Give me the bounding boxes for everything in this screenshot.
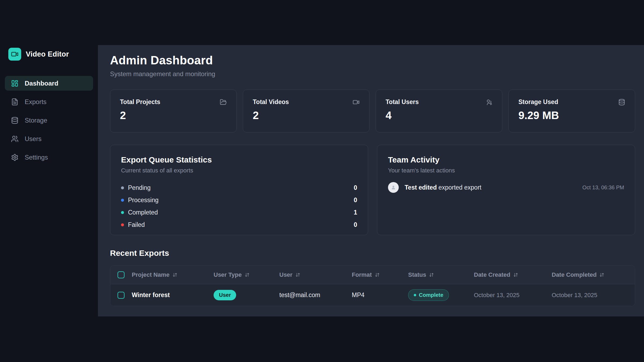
sort-arrows-icon: [375, 272, 380, 277]
processing-status-dot: [121, 199, 124, 202]
dashboard-icon: [11, 80, 19, 87]
pending-status-dot: [121, 186, 124, 189]
recent-exports-title: Recent Exports: [110, 249, 635, 258]
panel-title: Team Activity: [388, 155, 624, 164]
sort-arrows-icon: [245, 272, 250, 277]
sidebar-item-settings[interactable]: Settings: [5, 150, 93, 165]
sidebar-nav: Dashboard Exports Storage: [5, 76, 93, 165]
stat-card-storage-used: Storage Used 9.29 MB: [508, 90, 635, 132]
recent-exports-table: Project Name User Type User Format: [110, 265, 635, 306]
activity-text: Test edited exported export: [405, 184, 481, 191]
column-label: Format: [352, 271, 372, 278]
column-label: Status: [408, 271, 426, 278]
column-label: User: [279, 271, 292, 278]
app-logo-row: Video Editor: [5, 48, 93, 61]
app-logo: [8, 48, 21, 61]
database-icon: [618, 99, 625, 106]
panel-subtitle: Your team's latest actions: [388, 167, 624, 174]
queue-label: Pending: [128, 184, 151, 191]
row-checkbox[interactable]: [118, 292, 125, 299]
activity-item: Test edited exported export Oct 13, 06:3…: [388, 182, 624, 193]
sidebar-item-label: Settings: [25, 154, 48, 161]
queue-label: Completed: [128, 209, 158, 216]
stat-card-total-users: Total Users 4: [376, 90, 502, 132]
video-camera-icon: [11, 50, 19, 58]
sidebar: Video Editor Dashboard Exports: [0, 0, 98, 362]
sort-arrows-icon: [599, 272, 604, 277]
table-row[interactable]: Winter forest User test@mail.com MP4 Com…: [110, 284, 635, 306]
sidebar-item-dashboard[interactable]: Dashboard: [5, 76, 93, 91]
queue-rows: Pending 0 Processing 0 Completed: [121, 182, 357, 231]
queue-value: 0: [354, 197, 357, 204]
sidebar-item-label: Storage: [25, 117, 47, 124]
panel-subtitle: Current status of all exports: [121, 167, 357, 174]
select-all-checkbox[interactable]: [118, 271, 125, 278]
queue-value: 0: [354, 184, 357, 191]
sort-arrows-icon: [295, 272, 300, 277]
column-header-user[interactable]: User: [279, 271, 352, 278]
completed-status-dot: [121, 211, 124, 214]
page-title: Admin Dashboard: [110, 54, 635, 67]
table-header-row: Project Name User Type User Format: [110, 265, 635, 284]
sidebar-item-exports[interactable]: Exports: [5, 94, 93, 109]
cell-status: Complete: [408, 289, 474, 301]
activity-timestamp: Oct 13, 06:36 PM: [582, 184, 624, 191]
middle-row: Export Queue Statistics Current status o…: [110, 145, 635, 235]
stat-value: 9.29 MB: [518, 109, 625, 121]
person-icon: [390, 184, 396, 190]
queue-value: 1: [354, 209, 357, 216]
cell-format: MP4: [352, 291, 408, 299]
activity-action: exported export: [438, 184, 481, 191]
app-title: Video Editor: [26, 50, 69, 58]
sidebar-item-users[interactable]: Users: [5, 131, 93, 146]
cell-project-name: Winter forest: [132, 291, 214, 299]
queue-label: Failed: [128, 221, 145, 228]
file-text-icon: [11, 98, 19, 106]
column-header-project-name[interactable]: Project Name: [132, 271, 214, 278]
queue-row-processing: Processing 0: [121, 194, 357, 206]
team-activity-panel: Team Activity Your team's latest actions…: [377, 145, 635, 235]
column-header-format[interactable]: Format: [352, 271, 408, 278]
cell-date-created: October 13, 2025: [474, 292, 552, 299]
column-header-date-completed[interactable]: Date Completed: [552, 271, 635, 278]
status-label: Complete: [419, 292, 443, 298]
sort-arrows-icon: [429, 272, 434, 277]
users-icon: [485, 99, 492, 106]
users-icon: [11, 135, 19, 143]
column-header-status[interactable]: Status: [408, 271, 474, 278]
video-icon: [353, 99, 360, 106]
stat-card-total-projects: Total Projects 2: [110, 90, 237, 132]
cell-user-type: User: [214, 290, 279, 300]
column-label: Project Name: [132, 271, 170, 278]
cell-user-email: test@mail.com: [279, 291, 352, 299]
stat-label: Total Projects: [120, 98, 160, 106]
panel-title: Export Queue Statistics: [121, 155, 357, 164]
sidebar-item-label: Dashboard: [25, 80, 58, 87]
database-icon: [11, 117, 19, 124]
stats-row: Total Projects 2 Total Videos: [110, 90, 635, 132]
status-dot: [414, 294, 416, 296]
stat-value: 2: [253, 109, 360, 121]
sort-arrows-icon: [513, 272, 518, 277]
column-header-user-type[interactable]: User Type: [214, 271, 279, 278]
gear-icon: [11, 154, 19, 161]
queue-label: Processing: [128, 197, 159, 204]
queue-row-pending: Pending 0: [121, 182, 357, 194]
sidebar-item-storage[interactable]: Storage: [5, 113, 93, 128]
stat-label: Storage Used: [518, 98, 558, 106]
sort-arrows-icon: [173, 272, 177, 277]
queue-row-failed: Failed 0: [121, 219, 357, 231]
folder-open-icon: [220, 99, 227, 106]
page-subtitle: System management and monitoring: [110, 70, 635, 78]
column-label: Date Created: [474, 271, 510, 278]
column-header-date-created[interactable]: Date Created: [474, 271, 552, 278]
user-type-badge: User: [214, 290, 236, 300]
avatar: [388, 182, 399, 193]
sidebar-item-label: Exports: [25, 98, 46, 106]
stat-card-total-videos: Total Videos 2: [243, 90, 369, 132]
failed-status-dot: [121, 223, 124, 226]
stat-label: Total Users: [386, 98, 419, 106]
main-content: Admin Dashboard System management and mo…: [98, 45, 644, 316]
column-label: Date Completed: [552, 271, 597, 278]
status-badge: Complete: [408, 289, 449, 301]
